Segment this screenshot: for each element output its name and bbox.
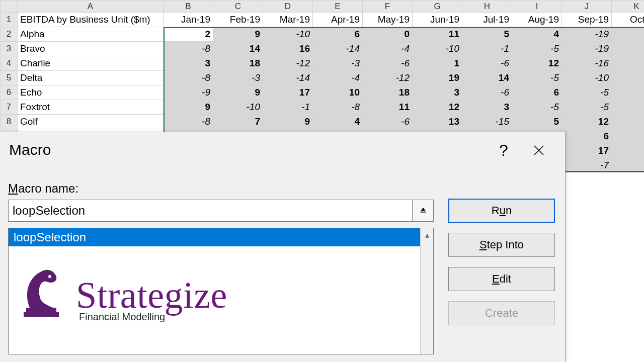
run-button[interactable]: Run (448, 199, 555, 223)
cell-K10[interactable]: 9 (612, 144, 645, 158)
cell-J4[interactable]: -16 (562, 56, 612, 71)
cell-H6[interactable]: -6 (462, 85, 512, 100)
cell-B2[interactable]: 2 (164, 27, 213, 42)
row-header-7[interactable]: 7 (1, 100, 18, 115)
cell-B1[interactable]: Jan-19 (164, 13, 213, 27)
cell-A3[interactable]: Bravo (18, 42, 164, 56)
cell-D3[interactable]: 16 (263, 42, 313, 56)
col-header-B[interactable]: B (164, 1, 213, 13)
cell-C3[interactable]: 14 (213, 42, 263, 56)
cell-E5[interactable]: -4 (313, 71, 363, 85)
cell-J11[interactable]: -7 (562, 158, 612, 173)
cell-C4[interactable]: 18 (213, 56, 263, 71)
cell-H8[interactable]: -15 (462, 115, 512, 129)
cell-F5[interactable]: -12 (363, 71, 413, 85)
cell-E4[interactable]: -3 (313, 56, 363, 71)
cell-E7[interactable]: -8 (313, 100, 363, 115)
cell-C6[interactable]: 9 (213, 85, 263, 100)
cell-H7[interactable]: 3 (462, 100, 512, 115)
cell-G7[interactable]: 12 (413, 100, 462, 115)
cell-H4[interactable]: -6 (462, 56, 512, 71)
cell-I8[interactable]: 5 (512, 115, 562, 129)
cell-F7[interactable]: 11 (363, 100, 413, 115)
cell-K1[interactable]: Oct-19 (612, 13, 645, 27)
cell-J3[interactable]: -19 (562, 42, 612, 56)
cell-J7[interactable]: -5 (562, 100, 612, 115)
col-header-A[interactable]: A (18, 1, 164, 13)
cell-G1[interactable]: Jun-19 (413, 13, 462, 27)
cell-C5[interactable]: -3 (213, 71, 263, 85)
cell-F4[interactable]: -6 (363, 56, 413, 71)
cell-H2[interactable]: 5 (462, 27, 512, 42)
create-button[interactable]: Create (448, 301, 555, 325)
row-header-6[interactable]: 6 (1, 85, 18, 100)
cell-J1[interactable]: Sep-19 (562, 13, 612, 27)
col-header-H[interactable]: H (462, 1, 512, 13)
cell-I2[interactable]: 4 (512, 27, 562, 42)
help-button[interactable]: ? (489, 139, 519, 161)
col-header-D[interactable]: D (263, 1, 313, 13)
cell-B3[interactable]: -8 (164, 42, 213, 56)
col-header-E[interactable]: E (313, 1, 363, 13)
cell-K2[interactable]: -11 (612, 27, 645, 42)
col-header-F[interactable]: F (363, 1, 413, 13)
cell-E3[interactable]: -14 (313, 42, 363, 56)
cell-E2[interactable]: 6 (313, 27, 363, 42)
cell-C2[interactable]: 9 (213, 27, 263, 42)
cell-J9[interactable]: 6 (562, 129, 612, 144)
cell-D5[interactable]: -14 (263, 71, 313, 85)
col-header-G[interactable]: G (413, 1, 462, 13)
cell-G8[interactable]: 13 (413, 115, 462, 129)
macro-name-input[interactable] (8, 200, 413, 222)
row-header-3[interactable]: 3 (1, 42, 18, 56)
cell-J6[interactable]: -5 (562, 85, 612, 100)
cell-I1[interactable]: Aug-19 (512, 13, 562, 27)
select-all-corner[interactable] (1, 1, 18, 13)
macro-list[interactable]: loopSelection Strategize Financial Model… (8, 228, 434, 354)
cell-K7[interactable]: 5 (612, 100, 645, 115)
cell-A6[interactable]: Echo (18, 85, 164, 100)
cell-I4[interactable]: 12 (512, 56, 562, 71)
cell-D8[interactable]: 9 (263, 115, 313, 129)
cell-F6[interactable]: 18 (363, 85, 413, 100)
cell-F8[interactable]: -6 (363, 115, 413, 129)
cell-C1[interactable]: Feb-19 (213, 13, 263, 27)
cell-G3[interactable]: -10 (413, 42, 462, 56)
macro-list-scrollbar[interactable]: ▴ (420, 228, 433, 354)
cell-K8[interactable]: 15 (612, 115, 645, 129)
row-header-2[interactable]: 2 (1, 27, 18, 42)
cell-A7[interactable]: Foxtrot (18, 100, 164, 115)
cell-G4[interactable]: 1 (413, 56, 462, 71)
step-into-button[interactable]: Step Into (448, 233, 555, 257)
cell-A4[interactable]: Charlie (18, 56, 164, 71)
col-header-J[interactable]: J (562, 1, 612, 13)
cell-G6[interactable]: 3 (413, 85, 462, 100)
cell-B7[interactable]: 9 (164, 100, 213, 115)
cell-A1[interactable]: EBITDA by Business Unit ($m) (18, 13, 164, 27)
cell-K5[interactable]: -4 (612, 71, 645, 85)
cell-A8[interactable]: Golf (18, 115, 164, 129)
cell-K4[interactable]: 13 (612, 56, 645, 71)
cell-B6[interactable]: -9 (164, 85, 213, 100)
cell-I7[interactable]: -5 (512, 100, 562, 115)
cell-D2[interactable]: -10 (263, 27, 313, 42)
col-header-C[interactable]: C (213, 1, 263, 13)
cell-I5[interactable]: -5 (512, 71, 562, 85)
cell-G5[interactable]: 19 (413, 71, 462, 85)
cell-B4[interactable]: 3 (164, 56, 213, 71)
cell-B5[interactable]: -8 (164, 71, 213, 85)
row-header-1[interactable]: 1 (1, 13, 18, 27)
close-button[interactable] (524, 139, 554, 161)
cell-D6[interactable]: 17 (263, 85, 313, 100)
row-header-5[interactable]: 5 (1, 71, 18, 85)
cell-B8[interactable]: -8 (164, 115, 213, 129)
cell-F1[interactable]: May-19 (363, 13, 413, 27)
cell-J8[interactable]: 12 (562, 115, 612, 129)
cell-H3[interactable]: -1 (462, 42, 512, 56)
cell-C8[interactable]: 7 (213, 115, 263, 129)
cell-A5[interactable]: Delta (18, 71, 164, 85)
cell-D7[interactable]: -1 (263, 100, 313, 115)
cell-I6[interactable]: 6 (512, 85, 562, 100)
col-header-K[interactable]: K (612, 1, 645, 13)
cell-G2[interactable]: 11 (413, 27, 462, 42)
